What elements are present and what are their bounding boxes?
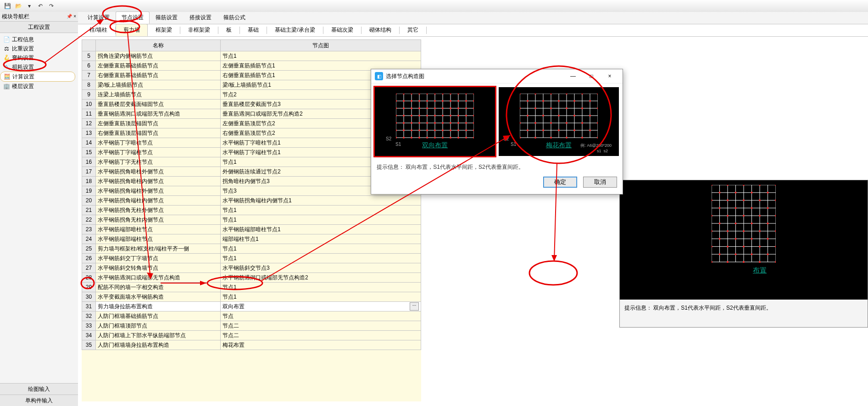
table-row[interactable]: 23水平钢筋端部暗柱节点水平钢筋端部暗柱节点1	[82, 225, 421, 234]
table-row[interactable]: 35人防门框墙墙身拉筋布置构造梅花布置	[82, 340, 421, 350]
table-row[interactable]: 16水平钢筋丁字无柱节点节点1	[82, 157, 421, 167]
row-number: 7	[82, 71, 96, 80]
dropdown-icon[interactable]: ▾	[25, 1, 34, 11]
table-row[interactable]: 13右侧垂直筋顶层锚固节点右侧垂直筋顶层节点2	[82, 128, 421, 138]
table-row[interactable]: 30水平变截面墙水平钢筋构造节点1	[82, 292, 421, 302]
undo-icon[interactable]: ↶	[36, 1, 45, 11]
table-row[interactable]: 20水平钢筋拐角端柱内侧节点水平钢筋拐角端柱内侧节点1	[82, 196, 421, 206]
table-row[interactable]: 11垂直钢筋遇洞口或端部无节点构造垂直筋遇洞口或端部无节点构造2	[82, 109, 421, 119]
row-node[interactable]: 节点1	[221, 254, 421, 263]
option-bidirectional[interactable]: S2 S1 双向布置	[375, 87, 495, 156]
tab1-3[interactable]: 搭接设置	[184, 11, 217, 24]
ok-button[interactable]: 确定	[543, 177, 577, 188]
row-node[interactable]: 节点1	[221, 206, 421, 215]
table-row[interactable]: 28水平钢筋遇洞口或端部无节点构造水平钢筋遇洞口或端部无节点构造2	[82, 273, 421, 283]
table-row[interactable]: 6左侧垂直筋基础插筋节点左侧垂直筋插筋节点1	[82, 61, 421, 71]
minimize-button[interactable]: —	[564, 70, 582, 83]
pin-icon[interactable]: 📌 ×	[67, 12, 76, 21]
nav-footer-draw[interactable]: 绘图输入	[0, 383, 78, 395]
svg-point-127	[434, 122, 436, 124]
tab1-4[interactable]: 箍筋公式	[217, 11, 251, 24]
table-row[interactable]: 22水平钢筋拐角无柱内侧节点节点1	[82, 215, 421, 225]
table-row[interactable]: 26水平钢筋斜交丁字墙节点节点1	[82, 254, 421, 263]
tree-item-0[interactable]: 📄工程信息	[3, 35, 75, 44]
row-node[interactable]: 节点1	[221, 244, 421, 254]
table-row[interactable]: 9连梁上墙插筋节点节点2	[82, 90, 421, 100]
svg-point-213	[581, 122, 583, 124]
node-settings-grid[interactable]: 名称 节点图 5拐角连梁内侧钢筋节点节点16左侧垂直筋基础插筋节点左侧垂直筋插筋…	[82, 39, 421, 401]
nav-footer-single[interactable]: 单构件输入	[0, 395, 78, 406]
row-node[interactable]: 双向布置···	[221, 302, 421, 311]
table-row[interactable]: 5拐角连梁内侧钢筋节点节点1	[82, 51, 421, 61]
save-icon[interactable]: 💾	[3, 1, 12, 11]
table-row[interactable]: 17水平钢筋拐角暗柱外侧节点外侧钢筋连续通过节点2	[82, 167, 421, 177]
row-node[interactable]: 水平钢筋拐角端柱内侧节点1	[221, 196, 421, 206]
svg-point-158	[473, 94, 474, 95]
table-row[interactable]: 12左侧垂直筋顶层锚固节点左侧垂直筋顶层节点2	[82, 119, 421, 128]
cell-more-button[interactable]: ···	[410, 302, 419, 311]
table-row[interactable]: 34人防门框墙上下部水平纵筋端部节点节点二	[82, 331, 421, 340]
row-node[interactable]: 节点1	[221, 215, 421, 225]
row-node[interactable]: 节点二	[221, 321, 421, 331]
maximize-button[interactable]: □	[582, 70, 601, 83]
table-row[interactable]: 29配筋不同的墙一字相交构造节点1	[82, 283, 421, 292]
open-icon[interactable]: 📂	[14, 1, 23, 11]
table-row[interactable]: 7右侧垂直筋基础插筋节点右侧垂直筋插筋节点1	[82, 71, 421, 80]
tab2-7[interactable]: 基础次梁	[323, 24, 361, 36]
row-node[interactable]: 节点1	[221, 292, 421, 302]
tree-item-1[interactable]: ⚖比重设置	[3, 44, 75, 53]
row-node[interactable]: 水平钢筋端部暗柱节点1	[221, 225, 421, 234]
svg-point-104	[411, 107, 412, 109]
tab2-6[interactable]: 基础主梁/承台梁	[267, 24, 323, 36]
nav-subheader[interactable]: 工程设置	[0, 22, 78, 33]
redo-icon[interactable]: ↷	[47, 1, 56, 11]
svg-point-163	[473, 129, 474, 131]
row-node[interactable]: 端部端柱节点1	[221, 234, 421, 244]
close-button[interactable]: ×	[601, 70, 619, 83]
svg-point-29	[719, 238, 721, 240]
option-plum[interactable]: S2 S1 例: A6@200*200 s1 s2 梅花布置	[499, 87, 619, 156]
table-row[interactable]: 33人防门框墙顶部节点节点二	[82, 321, 421, 331]
tab2-0[interactable]: 柱/墙柱	[82, 24, 115, 36]
table-row[interactable]: 14水平钢筋丁字暗柱节点水平钢筋丁字暗柱节点1	[82, 138, 421, 148]
row-node[interactable]: 节点1	[221, 51, 421, 61]
tab1-1[interactable]: 节点设置	[116, 11, 150, 24]
preview-panel: 布置 提示信息： 双向布置，S1代表水平间距，S2代表垂直间距。	[619, 180, 868, 328]
svg-point-209	[573, 115, 575, 117]
tab1-0[interactable]: 计算设置	[82, 11, 116, 24]
row-number: 35	[82, 340, 96, 350]
row-node[interactable]: 节点二	[221, 331, 421, 340]
row-node[interactable]: 梅花布置	[221, 340, 421, 350]
row-node[interactable]: 水平钢筋斜交节点3	[221, 263, 421, 273]
tree-item-4[interactable]: 🧮计算设置	[0, 72, 75, 82]
tree-item-5[interactable]: 🏢楼层设置	[3, 82, 75, 91]
table-row[interactable]: 8梁/板上墙插筋节点梁/板上墙插筋节点1	[82, 80, 421, 90]
tree-item-2[interactable]: 🪝弯钩设置	[3, 53, 75, 62]
tab2-4[interactable]: 板	[218, 24, 239, 36]
row-node[interactable]: 节点	[221, 311, 421, 321]
table-row[interactable]: 27水平钢筋斜交转角墙节点水平钢筋斜交节点3	[82, 263, 421, 273]
tab2-3[interactable]: 非框架梁	[180, 24, 218, 36]
tab2-9[interactable]: 其它	[400, 24, 426, 36]
row-node[interactable]: 水平钢筋遇洞口或端部无节点构造2	[221, 273, 421, 283]
table-row[interactable]: 21水平钢筋拐角无柱外侧节点节点1	[82, 206, 421, 215]
tab2-1[interactable]: 剪力墙	[116, 24, 148, 36]
table-row[interactable]: 10垂直筋楼层变截面锚固节点垂直筋楼层变截面节点3	[82, 100, 421, 109]
row-name: 水平钢筋丁字无柱节点	[96, 157, 221, 167]
table-row[interactable]: 19水平钢筋拐角端柱外侧节点节点3	[82, 186, 421, 196]
table-row[interactable]: 15水平钢筋丁字端柱节点水平钢筋丁字端柱节点1	[82, 148, 421, 157]
row-node[interactable]: 节点1	[221, 283, 421, 292]
table-row[interactable]: 32人防门框墙基础插筋节点节点	[82, 311, 421, 321]
table-row[interactable]: 25剪力墙与框架柱/框支柱/端柱平齐一侧节点1	[82, 244, 421, 254]
table-row[interactable]: 18水平钢筋拐角暗柱内侧节点拐角暗柱内侧节点3	[82, 177, 421, 186]
table-row[interactable]: 31剪力墙身拉筋布置构造双向布置···	[82, 302, 421, 311]
tab1-2[interactable]: 箍筋设置	[150, 11, 184, 24]
tree-label: 计算设置	[12, 72, 34, 81]
cancel-button[interactable]: 取消	[583, 177, 617, 188]
tab2-5[interactable]: 基础	[240, 24, 267, 36]
table-row[interactable]: 24水平钢筋端部端柱节点端部端柱节点1	[82, 234, 421, 244]
svg-point-198	[550, 107, 552, 109]
tree-item-3[interactable]: 📉损耗设置	[3, 62, 75, 72]
tab2-8[interactable]: 砌体结构	[362, 24, 399, 36]
tab2-2[interactable]: 框架梁	[148, 24, 180, 36]
